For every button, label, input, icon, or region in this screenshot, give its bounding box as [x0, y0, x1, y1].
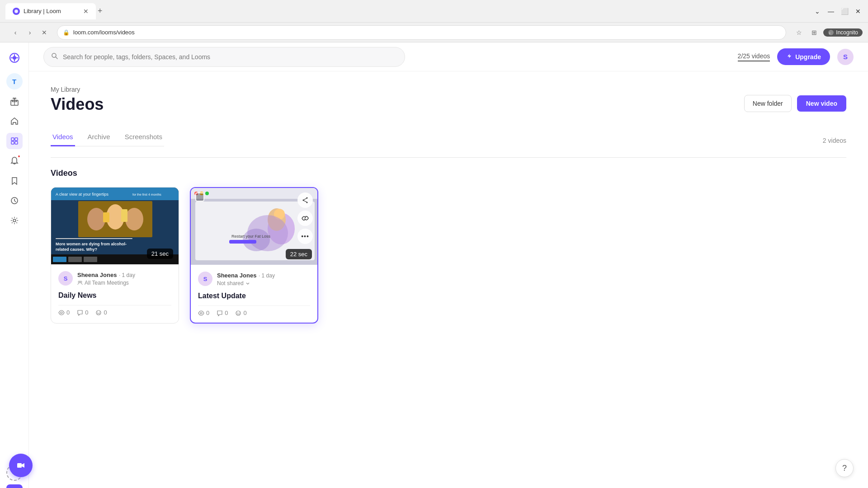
video-user-row-1: S Sheena Jones · 1 day All Team Meetings: [58, 271, 171, 286]
tab-archive[interactable]: Archive: [86, 128, 112, 146]
page-title: Videos: [51, 95, 104, 114]
svg-point-17: [13, 219, 16, 222]
section-title: Videos: [51, 169, 846, 178]
window-dropdown-button[interactable]: ⌄: [811, 5, 824, 18]
address-bar[interactable]: 🔒 loom.com/looms/videos: [57, 25, 786, 40]
views-icon-1: [58, 310, 65, 316]
author-date-2: · 1 day: [259, 272, 275, 279]
duration-badge-1: 21 sec: [147, 249, 173, 259]
new-video-button[interactable]: New video: [797, 95, 846, 112]
incognito-badge: i Incognito: [823, 28, 863, 37]
comments-icon-1: [77, 310, 83, 316]
svg-line-19: [56, 57, 57, 59]
tab-close-button[interactable]: ✕: [83, 8, 89, 15]
reactions-icon-1: [95, 310, 102, 316]
views-count-1: 0: [66, 309, 70, 316]
reload-button[interactable]: ✕: [38, 26, 51, 39]
settings-icon-button[interactable]: [6, 212, 23, 229]
record-button[interactable]: [9, 454, 33, 477]
svg-line-60: [304, 201, 307, 202]
help-icon: ?: [842, 464, 847, 473]
app-container: T + A: [0, 42, 868, 488]
split-view-button[interactable]: ⊞: [808, 26, 821, 39]
video-meta-2: Sheena Jones · 1 day Not shared: [217, 271, 310, 286]
video-stats-1: 0 0 0: [58, 305, 171, 316]
video-total-count: 2 videos: [823, 137, 846, 150]
video-info-2: S Sheena Jones · 1 day Not shared: [191, 265, 317, 323]
dropdown-icon-2: [245, 281, 250, 286]
svg-point-4: [13, 56, 16, 60]
views-stat-1: 0: [58, 309, 70, 316]
video-card-1[interactable]: A clear view at your fingertips for the …: [51, 187, 179, 324]
video-thumbnail-2: Restart your Fat Loss 22 sec: [191, 188, 317, 265]
share-action-button[interactable]: [297, 192, 313, 208]
library-icon-button[interactable]: [6, 133, 23, 149]
team-avatar[interactable]: T: [6, 73, 23, 89]
sidebar: T + A: [0, 42, 29, 488]
link-action-button[interactable]: [297, 211, 313, 226]
svg-rect-28: [103, 212, 109, 222]
video-card-2[interactable]: Restart your Fat Loss 22 sec: [190, 187, 318, 324]
video-stats-2: 0 0 0: [198, 305, 310, 316]
search-icon: [51, 52, 58, 61]
workspace-avatar[interactable]: A: [6, 484, 23, 488]
svg-rect-55: [229, 240, 256, 244]
new-folder-button[interactable]: New folder: [744, 95, 792, 112]
video-checkbox-2[interactable]: [195, 192, 204, 202]
notification-dot: [17, 155, 21, 158]
svg-text:i: i: [830, 31, 830, 35]
home-icon-button[interactable]: [6, 113, 23, 129]
back-button[interactable]: ‹: [9, 26, 22, 39]
svg-text:More women are dying from alco: More women are dying from alcohol-: [56, 242, 127, 246]
tabs-row: Videos Archive Screenshots 2 videos: [51, 128, 846, 158]
views-icon-2: [198, 310, 204, 316]
gift-icon-button[interactable]: [6, 93, 23, 109]
new-tab-button[interactable]: +: [98, 6, 103, 16]
forward-button[interactable]: ›: [24, 26, 36, 39]
comments-count-2: 0: [225, 310, 228, 316]
lock-icon: 🔒: [63, 29, 70, 36]
author-date-1: · 1 day: [119, 272, 135, 278]
tab-videos[interactable]: Videos: [51, 128, 75, 146]
svg-point-61: [200, 312, 202, 314]
video-author-1: Sheena Jones · 1 day: [77, 271, 171, 279]
reactions-icon-2: [235, 310, 241, 316]
duration-badge-2: 22 sec: [286, 249, 312, 259]
video-thumbnail-1: A clear view at your fingertips for the …: [51, 188, 179, 264]
upgrade-button[interactable]: Upgrade: [777, 48, 830, 65]
svg-rect-13: [15, 138, 18, 141]
page-header: Videos New folder New video: [51, 95, 846, 114]
video-avatar-2: S: [198, 272, 212, 286]
svg-rect-12: [11, 138, 14, 141]
video-title-2: Latest Update: [198, 292, 310, 300]
svg-line-59: [304, 198, 307, 200]
search-bar[interactable]: [43, 47, 405, 67]
svg-point-37: [78, 281, 80, 283]
team-icon-1: [77, 280, 83, 286]
bookmark-star-button[interactable]: ☆: [793, 26, 805, 39]
bookmark-icon-button[interactable]: [6, 173, 23, 189]
comments-stat-1: 0: [77, 309, 88, 316]
notifications-icon-button[interactable]: [6, 153, 23, 169]
page-content: My Library Videos New folder New video V…: [29, 71, 868, 488]
more-action-button[interactable]: •••: [297, 229, 313, 244]
tab-screenshots[interactable]: Screenshots: [123, 128, 164, 146]
browser-tab[interactable]: Library | Loom ✕: [5, 3, 96, 19]
recents-icon-button[interactable]: [6, 192, 23, 209]
video-avatar-1: S: [58, 271, 73, 286]
video-count: 2/25 videos: [738, 52, 770, 61]
views-count-2: 0: [206, 310, 209, 316]
window-minimize-button[interactable]: —: [825, 5, 837, 18]
svg-point-62: [236, 311, 241, 315]
page-actions: New folder New video: [744, 95, 846, 112]
help-button[interactable]: ?: [835, 459, 854, 477]
top-bar: 2/25 videos Upgrade S: [29, 42, 868, 71]
svg-point-38: [80, 281, 82, 283]
search-input[interactable]: [63, 53, 397, 61]
user-avatar[interactable]: S: [837, 49, 854, 65]
svg-rect-15: [15, 141, 18, 144]
reactions-count-1: 0: [104, 309, 107, 316]
window-restore-button[interactable]: ⬜: [838, 5, 851, 18]
window-close-button[interactable]: ✕: [852, 5, 864, 18]
videos-grid: A clear view at your fingertips for the …: [51, 187, 846, 324]
